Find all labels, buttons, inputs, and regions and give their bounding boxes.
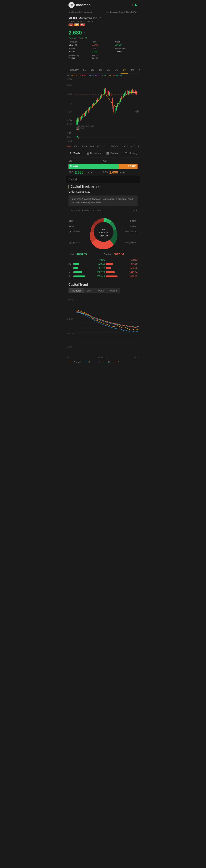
stock-meta: Closed 12/28 17:15:59CST — [68, 20, 138, 23]
history-label: History — [129, 152, 137, 155]
trend-tab-month[interactable]: Month — [107, 288, 120, 293]
tab-positions[interactable]: ⊞ Positions — [85, 149, 103, 158]
tab-intraday[interactable]: Intraday — [67, 67, 81, 73]
l-outflow-val: 586.96 — [115, 267, 138, 269]
ma250-label[interactable]: MA250: — [116, 74, 123, 76]
legend-s: S — [113, 361, 119, 363]
trend-tab-day[interactable]: Day — [84, 288, 94, 293]
trade-tabs: ↻ Trade ⊞ Positions ☰ Orders ⏱ History — [66, 149, 140, 158]
mktcap-label: Market Cap — [68, 54, 91, 57]
capital-share-icon[interactable]: ⬡ — [98, 185, 100, 188]
capital-row-m: M 1302.29 1443.14 — [68, 270, 138, 274]
price-change-pct: +0.37% — [79, 36, 87, 39]
trade-icon: ↻ — [70, 152, 72, 155]
size-l: L — [68, 267, 72, 269]
tab-5d[interactable]: 5D — [81, 67, 89, 73]
ma60-label[interactable]: MA60: — [102, 74, 108, 76]
right-label-1: 9.10% — [125, 220, 138, 222]
tab-3m[interactable]: 3m — [128, 67, 136, 73]
open-label: Open — [115, 40, 138, 43]
donut-right-labels: 9.10% 5.48% 13.47% 28.08% — [123, 220, 138, 244]
right-pct-4: 28.08% — [129, 242, 137, 244]
high-val: 2.700 — [92, 43, 98, 46]
inflow-item: Inflow 4698.05 — [68, 252, 102, 256]
l-legend-label: L — [99, 361, 100, 363]
logo-icon: 🐄 — [68, 2, 75, 8]
ma30-label[interactable]: MA30: — [95, 74, 101, 76]
inflow-col-header: Inflow — [82, 259, 105, 261]
tab-trade[interactable]: ↻ Trade — [66, 149, 85, 158]
show-more[interactable]: ⌄ — [68, 60, 138, 65]
xl-inflow-val: 710.16 — [82, 262, 105, 265]
stock-code: ME8U — [68, 17, 77, 20]
x-label-end: 17:16 — [134, 356, 139, 359]
tab-1y[interactable]: 1Y — [121, 67, 128, 73]
high-label: High — [92, 40, 114, 43]
size-m: M — [68, 271, 72, 274]
capital-desc-text: Price rises & capital flows out. Some ca… — [71, 198, 133, 204]
ma-label: MA — [67, 74, 70, 76]
capital-info-icon[interactable]: ℹ — [96, 185, 97, 188]
l-outflow-bar — [106, 267, 111, 269]
size-xl: XL — [68, 262, 72, 265]
ind-ema[interactable]: EMA — [82, 145, 87, 148]
ind-ic[interactable]: IC — [103, 145, 105, 148]
tab-settings[interactable]: ⚙ — [136, 67, 140, 73]
ind-mavol[interactable]: MAVOL — [111, 145, 119, 148]
m-inflow-bar — [73, 271, 82, 273]
trend-tab-week[interactable]: Week — [94, 288, 107, 293]
ma120-label[interactable]: MA120: — [109, 74, 115, 76]
xl-outflow-val: 974.59 — [115, 262, 138, 265]
tab-history[interactable]: ⏱ History — [122, 149, 140, 158]
bid-ask-header: Bid Ask — [66, 158, 140, 164]
ind-ma[interactable]: MA — [67, 145, 71, 148]
tab-1q[interactable]: 1Q — [113, 67, 121, 73]
ind-kc[interactable]: KC — [97, 145, 100, 148]
indicator-tabs: MA BOLL EMA SAR KC IC | MAVOL MACD KDJ A… — [66, 144, 140, 149]
ind-boll[interactable]: BOLL — [73, 145, 79, 148]
tab-1w[interactable]: 1W — [96, 67, 105, 73]
ma5-label[interactable]: MAS:2.171 — [71, 74, 81, 76]
right-line-3 — [125, 231, 128, 232]
trend-tab-intraday[interactable]: Intraday — [69, 288, 84, 293]
flag-sg: SG — [68, 24, 73, 26]
capital-tracking-header: Capital Tracking ℹ ⬡ — [66, 183, 140, 189]
y-label-2: -418.19K — [66, 318, 75, 320]
ind-sar[interactable]: SAR — [90, 145, 94, 148]
outflow-col-header: Outflow — [115, 259, 138, 261]
ma20-label[interactable]: MA20: — [89, 74, 94, 76]
apple-icon[interactable]:  — [131, 3, 133, 7]
update-time-row: Update time：12/28/2021 17:04CST Unit:K — [66, 209, 140, 213]
svg-rect-34 — [107, 90, 108, 94]
m-inflow-val: 1302.29 — [82, 271, 105, 274]
svg-rect-53 — [129, 90, 130, 94]
svg-rect-57 — [135, 90, 136, 94]
svg-rect-66 — [77, 129, 78, 130]
left-pct-1: 6.63% — [68, 220, 75, 222]
right-pct-1: 9.10% — [130, 220, 136, 222]
play-store-icon[interactable]: ▶ — [135, 3, 138, 7]
ind-arbr[interactable]: ARBR — [138, 145, 140, 148]
tab-1m[interactable]: 1M — [105, 67, 113, 73]
svg-rect-67 — [79, 129, 79, 130]
tab-orders[interactable]: ☰ Orders — [103, 149, 122, 158]
svg-rect-58 — [136, 91, 137, 94]
low-item: Low 2.680 — [92, 48, 114, 53]
prev-close-val: 2.670 — [115, 50, 121, 53]
x-label-mid: 12:00/13:00 — [98, 356, 108, 359]
order-capital-label: Order Capital Size — [68, 190, 90, 193]
ind-macd[interactable]: MACD — [121, 145, 128, 148]
ma10-label[interactable]: MA10: — [82, 74, 87, 76]
capital-row-s: S 2054.43 3008.15 — [68, 274, 138, 279]
price-value: 2.680 — [68, 30, 82, 36]
prev-close-label: Prev Close — [115, 48, 138, 50]
tab-1d[interactable]: 1D — [89, 67, 96, 73]
x-label-start: 09:00 — [67, 356, 72, 359]
inflow-label: Inflow — [68, 253, 75, 256]
ind-kdj[interactable]: KDJ — [131, 145, 136, 148]
trend-title: Capital Trend — [68, 283, 138, 286]
svg-rect-55 — [132, 89, 133, 93]
update-time-text: Update time：12/28/2021 17:04CST — [68, 209, 102, 212]
capital-section-label: Capital — [68, 178, 77, 181]
legend-xl: XL — [83, 361, 91, 363]
